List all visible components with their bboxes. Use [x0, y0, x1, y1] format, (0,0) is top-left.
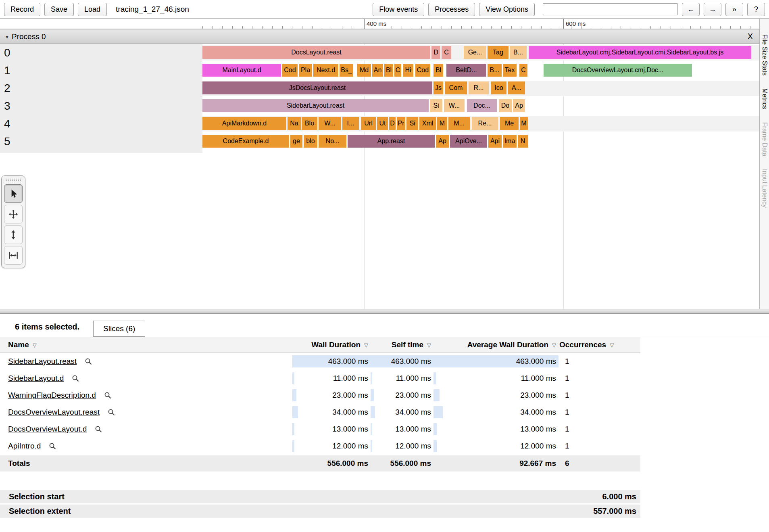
slice-name-link[interactable]: DocsOverviewLayout.reast [8, 408, 100, 417]
timeline-slice[interactable]: Ap [513, 99, 525, 112]
timeline-slice[interactable]: App.reast [348, 135, 435, 148]
timeline-slice[interactable]: Bl [384, 64, 393, 77]
timeline-slice[interactable]: ApiOve... [450, 135, 487, 148]
slice-name-link[interactable]: ApiIntro.d [8, 442, 41, 451]
timeline-slice[interactable]: Si [430, 99, 442, 112]
timeline-slice[interactable]: Si [406, 117, 418, 130]
timeline-slice[interactable]: R... [469, 81, 489, 94]
timeline-slice[interactable]: ApiMarkdown.d [202, 117, 286, 130]
timeline-slice[interactable]: I... [342, 117, 359, 130]
timeline-slice[interactable]: Pla [299, 64, 312, 77]
timeline-slice[interactable]: Js [433, 81, 443, 94]
record-button[interactable]: Record [4, 3, 40, 16]
column-header-occurrences[interactable]: Occurrences▽ [558, 340, 640, 349]
disclosure-triangle-icon[interactable]: ▾ [6, 33, 8, 40]
side-tab-metrics[interactable]: Metrics [761, 88, 768, 109]
timeline-slice[interactable]: C [442, 46, 451, 59]
slice-name-link[interactable]: SidebarLayout.d [8, 374, 64, 383]
timeline-slice[interactable]: Md [357, 64, 371, 77]
column-header-self-time[interactable]: Self time▽ [370, 340, 433, 349]
timeline-slice[interactable]: Xml [419, 117, 436, 130]
timeline-slice[interactable]: Doc... [467, 99, 497, 112]
slice-name-link[interactable]: WarningFlagDescription.d [8, 391, 96, 400]
magnifier-icon[interactable] [95, 426, 102, 433]
timeline-slice[interactable]: DocsLayout.reast [202, 46, 430, 59]
timeline-slice[interactable]: B... [510, 46, 527, 59]
timeline-slice[interactable]: Api [488, 135, 502, 148]
timeline-slice[interactable]: ge [290, 135, 302, 148]
timeline-slice[interactable]: Bs_ [340, 64, 353, 77]
timeline-slice[interactable]: Blo [302, 117, 317, 130]
timeline-slice[interactable]: SidebarLayout.reast [202, 99, 429, 112]
timeline-slice[interactable]: Ico [491, 81, 506, 94]
horizontal-splitter[interactable] [0, 309, 769, 314]
more-button[interactable]: » [725, 3, 743, 16]
timeline-slice[interactable]: Ima [503, 135, 517, 148]
process-header[interactable]: ▾ Process 0 X [0, 29, 759, 44]
timeline-slice[interactable]: Ge... [464, 46, 486, 59]
palette-grip[interactable] [5, 178, 21, 182]
timeline-slice[interactable]: Bl [433, 64, 443, 77]
timeline-slice[interactable]: C [519, 64, 527, 77]
timeline-slice[interactable]: M [520, 117, 528, 130]
timeline-slice[interactable]: Pr [397, 117, 405, 130]
timeline-slice[interactable]: SidebarLayout.cmj,SidebarLayout.cmi,Side… [529, 46, 751, 59]
side-tab-file-size-stats[interactable]: File Size Stats [761, 34, 768, 75]
tab-slices[interactable]: Slices (6) [93, 321, 145, 337]
timeline-slice[interactable]: Next.d [313, 64, 338, 77]
magnifier-icon[interactable] [108, 409, 115, 416]
selection-tool-button[interactable] [4, 184, 23, 203]
timeline-slice[interactable]: Hi [403, 64, 413, 77]
timeline-slice[interactable]: Ut [377, 117, 388, 130]
timeline-slice[interactable]: N [518, 135, 528, 148]
timing-tool-button[interactable] [4, 246, 23, 265]
timeline-slice[interactable]: Ap [436, 135, 449, 148]
timeline-slice[interactable]: CodeExample.d [202, 135, 289, 148]
timeline-slice[interactable]: W... [444, 99, 465, 112]
column-header-name[interactable]: Name▽ [0, 340, 292, 349]
timeline-slice[interactable]: M [437, 117, 447, 130]
slice-name-link[interactable]: SidebarLayout.reast [8, 357, 77, 366]
timeline-slice[interactable]: Na [288, 117, 301, 130]
timeline-slice[interactable]: M... [448, 117, 470, 130]
view-options-button[interactable]: View Options [479, 3, 535, 16]
magnifier-icon[interactable] [104, 392, 112, 399]
load-button[interactable]: Load [78, 3, 107, 16]
help-button[interactable]: ? [747, 3, 765, 16]
find-next-button[interactable]: → [704, 3, 721, 16]
timeline-slice[interactable]: JsDocsLayout.reast [202, 81, 432, 94]
timeline-slice[interactable]: Do [499, 99, 512, 112]
flow-events-button[interactable]: Flow events [373, 3, 424, 16]
magnifier-icon[interactable] [72, 375, 79, 382]
timeline-slice[interactable]: W... [319, 117, 341, 130]
find-input[interactable] [543, 3, 678, 15]
timeline-tracks[interactable]: 0DocsLayout.reastDCGe...TagB...SidebarLa… [0, 44, 759, 153]
timeline-slice[interactable]: Tex [503, 64, 517, 77]
column-header-average-wall-duration[interactable]: Average Wall Duration▽ [433, 340, 558, 349]
timeline-slice[interactable]: An [372, 64, 383, 77]
timeline-slice[interactable]: BeltD... [446, 64, 486, 77]
timeline-slice[interactable]: Cod [415, 64, 430, 77]
magnifier-icon[interactable] [49, 442, 56, 450]
timeline-slice[interactable]: blo [304, 135, 317, 148]
timeline-slice[interactable]: B... [488, 64, 502, 77]
pan-tool-button[interactable] [4, 205, 23, 223]
zoom-tool-button[interactable] [4, 225, 23, 244]
timeline-slice[interactable]: Url [361, 117, 376, 130]
slice-name-link[interactable]: DocsOverviewLayout.d [8, 425, 87, 434]
process-close-button[interactable]: X [748, 32, 753, 41]
processes-button[interactable]: Processes [428, 3, 475, 16]
timeline-slice[interactable]: MainLayout.d [202, 64, 281, 77]
save-button[interactable]: Save [44, 3, 74, 16]
timeline-slice[interactable]: Cod [282, 64, 298, 77]
timeline-slice[interactable]: D [389, 117, 396, 130]
timeline-slice[interactable]: DocsOverviewLayout.cmj,Doc... [544, 64, 692, 77]
find-previous-button[interactable]: ← [682, 3, 700, 16]
timeline-slice[interactable]: Re... [472, 117, 498, 130]
timeline-slice[interactable]: A... [508, 81, 525, 94]
timeline-slice[interactable]: D [431, 46, 440, 59]
timeline-slice[interactable]: Me [500, 117, 519, 130]
timeline-slice[interactable]: C [394, 64, 401, 77]
magnifier-icon[interactable] [85, 358, 92, 365]
column-header-wall-duration[interactable]: Wall Duration▽ [292, 340, 370, 349]
